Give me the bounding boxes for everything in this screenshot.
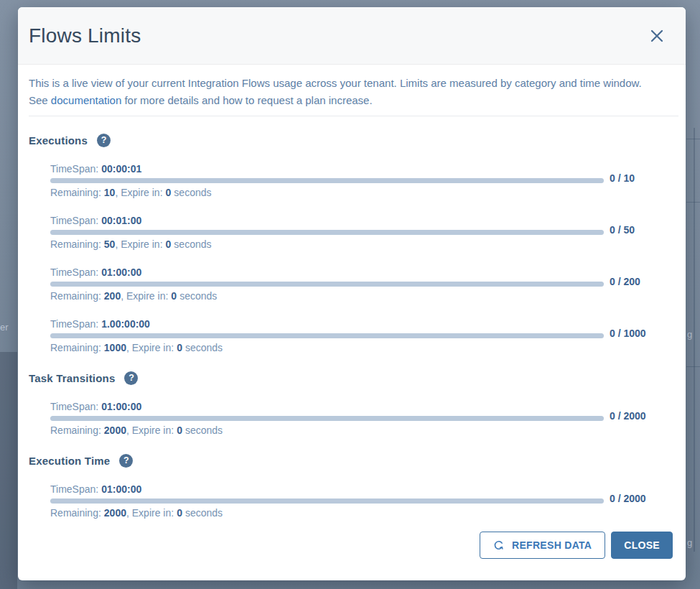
background-table-border: [694, 128, 695, 552]
refresh-data-label: REFRESH DATA: [512, 539, 592, 551]
usage-value: 0 / 1000: [610, 328, 646, 339]
close-icon[interactable]: [646, 25, 668, 47]
section-rows: TimeSpan:00:00:01 Remaining:10, Expire i…: [29, 162, 686, 354]
usage-value: 0 / 10: [610, 172, 635, 184]
expire-label: , Expire in:: [126, 507, 174, 519]
usage-value: 0 / 2000: [610, 493, 646, 504]
progress-bar: [50, 178, 604, 183]
timespan-label: TimeSpan:: [50, 318, 98, 330]
timespan-value: 00:00:01: [101, 163, 141, 175]
limit-section: Executions ? TimeSpan:00:00:01 Remaining…: [29, 134, 686, 354]
section-rows: TimeSpan:01:00:00 Remaining:2000, Expire…: [29, 400, 686, 437]
timespan-label: TimeSpan:: [50, 163, 98, 175]
progress-bar: [50, 230, 604, 235]
timespan-line: TimeSpan:01:00:00: [50, 266, 604, 279]
timespan-value: 01:00:00: [101, 266, 141, 278]
usage-value: 0 / 2000: [610, 410, 646, 422]
background-table-row-line: [686, 202, 700, 203]
help-glyph: ?: [129, 373, 134, 383]
timespan-value: 1.00:00:00: [101, 318, 150, 330]
timespan-value: 00:01:00: [101, 215, 141, 226]
help-icon[interactable]: ?: [97, 134, 111, 147]
limit-section: Execution Time ? TimeSpan:01:00:00 Remai…: [29, 454, 686, 519]
limit-row: TimeSpan:01:00:00 Remaining:2000, Expire…: [50, 400, 604, 437]
expire-value: 0: [177, 425, 182, 436]
seconds-label: seconds: [179, 290, 217, 302]
remaining-label: Remaining:: [50, 238, 101, 250]
close-button[interactable]: CLOSE: [611, 532, 673, 559]
section-header: Executions ?: [29, 134, 686, 147]
modal-title: Flows Limits: [29, 24, 141, 47]
expire-label: , Expire in:: [126, 342, 174, 353]
section-title: Execution Time: [29, 455, 110, 468]
background-sidebar-fragment: [0, 352, 17, 589]
modal-header: Flows Limits: [18, 7, 686, 65]
limit-section: Task Transitions ? TimeSpan:01:00:00 Rem…: [29, 371, 686, 437]
remaining-value: 2000: [104, 507, 126, 519]
limit-row: TimeSpan:00:00:01 Remaining:10, Expire i…: [50, 162, 604, 199]
section-rows: TimeSpan:01:00:00 Remaining:2000, Expire…: [29, 483, 686, 519]
limit-row: TimeSpan:1.00:00:00 Remaining:1000, Expi…: [50, 317, 604, 354]
close-button-label: CLOSE: [624, 539, 660, 551]
timespan-value: 01:00:00: [101, 483, 141, 495]
help-glyph: ?: [123, 455, 129, 465]
remaining-label: Remaining:: [50, 290, 101, 302]
section-header: Task Transitions ?: [29, 371, 686, 385]
refresh-icon: [493, 539, 505, 551]
remaining-value: 200: [104, 290, 121, 302]
remaining-line: Remaining:2000, Expire in:0seconds: [50, 506, 604, 519]
seconds-label: seconds: [174, 238, 211, 250]
header-divider: [29, 116, 678, 116]
remaining-label: Remaining:: [50, 425, 101, 436]
limit-row: TimeSpan:01:00:00 Remaining:200, Expire …: [50, 266, 604, 302]
remaining-value: 1000: [104, 342, 126, 353]
limit-row: TimeSpan:01:00:00 Remaining:2000, Expire…: [50, 483, 604, 519]
remaining-value: 50: [104, 238, 116, 250]
seconds-label: seconds: [174, 187, 211, 198]
modal-footer: REFRESH DATA CLOSE: [480, 532, 673, 559]
progress-bar: [50, 498, 604, 504]
expire-value: 0: [171, 290, 177, 302]
documentation-link[interactable]: documentation: [51, 94, 121, 106]
remaining-value: 10: [104, 187, 116, 198]
progress-bar: [50, 282, 604, 287]
background-text-fragment: er: [0, 322, 9, 333]
flows-limits-modal: Flows Limits This is a live view of your…: [18, 7, 686, 580]
seconds-label: seconds: [185, 507, 223, 519]
expire-value: 0: [177, 342, 182, 353]
expire-label: , Expire in:: [121, 290, 168, 302]
expire-label: , Expire in:: [115, 238, 162, 250]
refresh-data-button[interactable]: REFRESH DATA: [480, 532, 605, 559]
description-text-after: for more details and how to request a pl…: [121, 94, 372, 106]
progress-bar: [50, 416, 604, 421]
timespan-line: TimeSpan:01:00:00: [50, 400, 604, 413]
section-title: Executions: [29, 134, 88, 147]
remaining-value: 2000: [104, 425, 126, 436]
expire-value: 0: [177, 507, 182, 519]
remaining-label: Remaining:: [50, 342, 101, 353]
background-table-row-line: [686, 139, 700, 139]
help-glyph: ?: [101, 135, 107, 145]
timespan-label: TimeSpan:: [50, 483, 98, 495]
seconds-label: seconds: [185, 342, 223, 353]
help-icon[interactable]: ?: [124, 371, 138, 385]
remaining-line: Remaining:2000, Expire in:0seconds: [50, 424, 604, 437]
background-table-row-line: [686, 366, 700, 367]
remaining-line: Remaining:50, Expire in:0seconds: [50, 238, 604, 251]
section-title: Task Transitions: [29, 372, 115, 385]
help-icon[interactable]: ?: [119, 454, 133, 468]
x-icon: [649, 28, 665, 44]
timespan-line: TimeSpan:00:00:01: [50, 162, 604, 175]
timespan-line: TimeSpan:1.00:00:00: [50, 317, 604, 330]
expire-value: 0: [166, 238, 172, 250]
remaining-line: Remaining:200, Expire in:0seconds: [50, 289, 604, 302]
expire-label: , Expire in:: [126, 425, 174, 436]
timespan-label: TimeSpan:: [50, 266, 98, 278]
background-text-fragment: g: [687, 537, 692, 548]
modal-body: This is a live view of your current Inte…: [18, 65, 686, 519]
expire-value: 0: [166, 187, 172, 198]
usage-value: 0 / 50: [610, 224, 635, 236]
timespan-value: 01:00:00: [101, 401, 141, 412]
expire-label: , Expire in:: [115, 187, 162, 198]
timespan-line: TimeSpan:01:00:00: [50, 483, 604, 496]
